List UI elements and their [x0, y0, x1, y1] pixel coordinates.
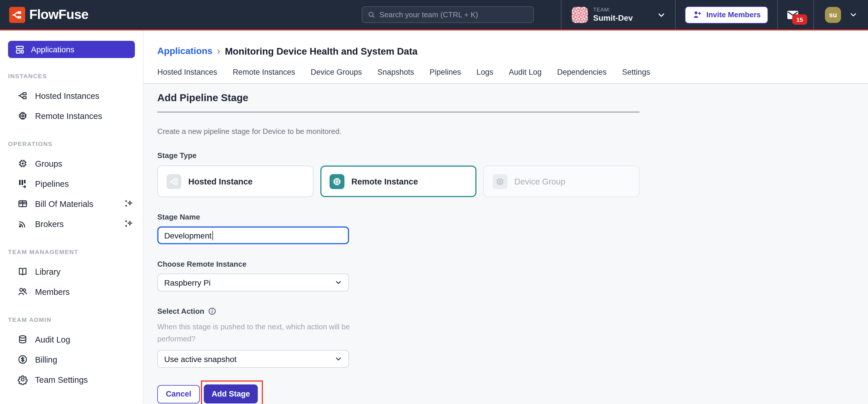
user-plus-icon	[693, 10, 702, 20]
sidebar-item-label: Applications	[31, 45, 74, 54]
pipelines-icon	[17, 178, 28, 189]
sidebar-item-library[interactable]: Library	[0, 261, 143, 282]
navbar-divider	[777, 0, 778, 29]
navbar-divider	[675, 0, 676, 29]
invite-members-button[interactable]: Invite Members	[685, 6, 768, 23]
sidebar-item-label: Audit Log	[35, 335, 70, 344]
sidebar-item-label: Billing	[35, 355, 57, 364]
team-settings-icon	[17, 374, 28, 385]
navbar-right-cluster: TEAM: Sumit-Dev Invite Members 15	[561, 0, 868, 29]
sidebar-section-instances: INSTANCES Hosted Instances Remote Instan…	[0, 73, 143, 126]
sidebar-item-label: Brokers	[35, 219, 64, 228]
tab-dependencies[interactable]: Dependencies	[557, 68, 607, 77]
sidebar-item-label: Hosted Instances	[35, 91, 99, 100]
sidebar-item-billing[interactable]: Billing	[0, 349, 143, 370]
breadcrumb: Applications › Monitoring Device Health …	[144, 30, 868, 57]
breadcrumb-separator: ›	[217, 46, 220, 57]
remote-instance-value: Raspberry Pi	[164, 278, 211, 287]
annotation-highlight: Add Stage	[201, 380, 263, 404]
app-window: FlowFuse TEAM: Sumit-Dev	[0, 0, 868, 404]
form-description: Create a new pipeline stage for Device t…	[157, 127, 640, 136]
stage-type-option-label: Remote Instance	[351, 177, 418, 186]
remote-instances-icon	[17, 110, 28, 121]
user-avatar[interactable]: su	[825, 7, 841, 23]
tab-bar: Hosted Instances Remote Instances Device…	[144, 57, 868, 84]
sidebar-item-label: Team Settings	[35, 375, 88, 384]
stage-type-hosted-instance-card[interactable]: Hosted Instance	[157, 166, 313, 197]
form-title-divider	[157, 112, 640, 113]
stage-name-value: Development	[164, 231, 212, 240]
sidebar-item-remote-instances[interactable]: Remote Instances	[0, 106, 143, 126]
tab-remote-instances[interactable]: Remote Instances	[233, 68, 296, 77]
library-icon	[17, 266, 28, 277]
main-content: Applications › Monitoring Device Health …	[144, 30, 868, 403]
team-caption: TEAM:	[593, 7, 632, 13]
select-action-select[interactable]: Use active snapshot	[157, 350, 349, 368]
audit-log-icon	[17, 334, 28, 345]
sidebar-item-label: Pipelines	[35, 179, 69, 188]
sidebar-item-applications[interactable]: Applications	[8, 41, 135, 58]
chevron-down-icon	[335, 355, 342, 363]
sidebar-item-bill-of-materials[interactable]: Bill Of Materials	[0, 194, 143, 214]
navbar-divider	[813, 0, 814, 29]
chevron-down-icon	[335, 279, 342, 286]
tab-settings[interactable]: Settings	[622, 68, 650, 77]
section-title: TEAM ADMIN	[8, 316, 135, 323]
tab-pipelines[interactable]: Pipelines	[429, 68, 461, 77]
remote-instance-select[interactable]: Raspberry Pi	[157, 273, 349, 291]
groups-icon	[17, 158, 28, 169]
stage-type-device-group-card: Device Group	[484, 166, 640, 197]
navbar-divider	[561, 0, 561, 29]
notifications-button[interactable]: 15	[786, 7, 801, 22]
brand-name: FlowFuse	[29, 7, 88, 22]
form-title: Add Pipeline Stage	[157, 92, 640, 104]
search-input[interactable]	[379, 10, 528, 19]
billing-icon	[17, 354, 28, 365]
stage-name-label: Stage Name	[157, 213, 640, 221]
sidebar-section-team-admin: TEAM ADMIN Audit Log Billing	[0, 316, 143, 389]
team-selector[interactable]: TEAM: Sumit-Dev	[572, 7, 666, 23]
info-icon[interactable]	[208, 307, 216, 316]
flowfuse-logo[interactable]: FlowFuse	[9, 7, 88, 23]
sidebar-item-brokers[interactable]: Brokers	[0, 214, 143, 234]
select-action-label: Select Action	[157, 307, 640, 316]
search-icon	[367, 10, 375, 19]
bill-of-materials-icon	[17, 198, 28, 209]
breadcrumb-applications-link[interactable]: Applications	[157, 46, 212, 56]
sidebar-item-pipelines[interactable]: Pipelines	[0, 174, 143, 194]
tab-hosted-instances[interactable]: Hosted Instances	[157, 68, 217, 77]
sidebar-section-team-management: TEAM MANAGEMENT Library Members	[0, 248, 143, 302]
stage-type-remote-instance-card[interactable]: Remote Instance	[320, 166, 476, 197]
sparkles-icon	[123, 219, 134, 229]
device-group-tile-icon	[493, 174, 507, 189]
text-cursor	[212, 231, 213, 240]
form-buttons: Cancel Add Stage	[157, 380, 640, 404]
user-menu-chevron-icon[interactable]	[849, 10, 858, 19]
flowfuse-logo-icon	[9, 7, 25, 23]
sparkles-icon	[123, 199, 134, 209]
sidebar-item-members[interactable]: Members	[0, 282, 143, 302]
section-title: OPERATIONS	[8, 140, 135, 147]
stage-type-options: Hosted Instance Remote Instance	[157, 166, 640, 197]
stage-name-input[interactable]: Development	[157, 226, 349, 244]
sidebar-item-team-settings[interactable]: Team Settings	[0, 370, 143, 389]
team-avatar	[572, 7, 588, 23]
stage-type-option-label: Device Group	[515, 177, 565, 186]
notification-badge: 15	[792, 14, 807, 24]
members-icon	[17, 286, 28, 297]
sidebar-item-hosted-instances[interactable]: Hosted Instances	[0, 86, 143, 106]
remote-instance-label: Choose Remote Instance	[157, 260, 640, 268]
tab-device-groups[interactable]: Device Groups	[311, 68, 362, 77]
sidebar-item-audit-log[interactable]: Audit Log	[0, 329, 143, 349]
tab-panel: Add Pipeline Stage Create a new pipeline…	[144, 84, 868, 404]
brokers-icon	[17, 219, 28, 229]
team-search[interactable]	[362, 6, 534, 23]
cancel-button[interactable]: Cancel	[157, 385, 200, 403]
tab-logs[interactable]: Logs	[476, 68, 493, 77]
sidebar-section-operations: OPERATIONS Groups Pipelines	[0, 140, 143, 234]
sidebar-item-groups[interactable]: Groups	[0, 153, 143, 174]
tab-audit-log[interactable]: Audit Log	[509, 68, 541, 77]
team-name: Sumit-Dev	[593, 13, 632, 22]
tab-snapshots[interactable]: Snapshots	[377, 68, 414, 77]
add-stage-button[interactable]: Add Stage	[204, 384, 258, 403]
